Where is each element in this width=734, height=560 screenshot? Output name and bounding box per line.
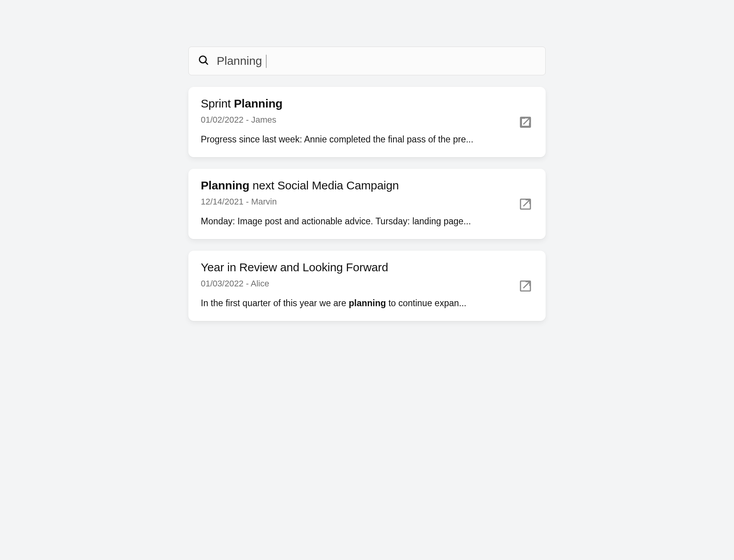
open-in-new-icon[interactable] xyxy=(518,114,533,130)
svg-line-3 xyxy=(524,118,530,124)
search-bar[interactable]: Planning xyxy=(188,47,546,75)
open-in-new-icon[interactable] xyxy=(518,278,533,294)
search-panel: Planning Sprint Planning 01/02/2022 - Ja… xyxy=(188,47,546,321)
result-author: Alice xyxy=(250,279,269,288)
result-title: Sprint Planning xyxy=(201,97,508,110)
search-query-text: Planning xyxy=(217,54,262,68)
result-title: Year in Review and Looking Forward xyxy=(201,261,508,274)
search-results: Sprint Planning 01/02/2022 - James Progr… xyxy=(188,87,546,321)
result-snippet: In the first quarter of this year we are… xyxy=(201,297,508,309)
svg-line-5 xyxy=(524,200,530,206)
search-input[interactable]: Planning xyxy=(217,54,266,68)
search-icon xyxy=(198,55,209,67)
result-author: Marvin xyxy=(251,197,277,206)
result-date: 01/03/2022 xyxy=(201,279,244,288)
result-date: 12/14/2021 xyxy=(201,197,244,206)
open-in-new-icon[interactable] xyxy=(518,196,533,212)
result-meta: 12/14/2021 - Marvin xyxy=(201,197,508,207)
result-meta: 01/03/2022 - Alice xyxy=(201,279,508,289)
result-meta: 01/02/2022 - James xyxy=(201,115,508,125)
result-card[interactable]: Planning next Social Media Campaign 12/1… xyxy=(188,169,546,239)
result-snippet: Monday: Image post and actionable advice… xyxy=(201,215,508,227)
svg-line-7 xyxy=(524,282,530,288)
result-card[interactable]: Sprint Planning 01/02/2022 - James Progr… xyxy=(188,87,546,157)
result-date: 01/02/2022 xyxy=(201,115,244,125)
result-snippet: Progress since last week: Annie complete… xyxy=(201,133,508,146)
text-cursor xyxy=(266,55,266,68)
result-title: Planning next Social Media Campaign xyxy=(201,179,508,192)
svg-line-1 xyxy=(205,62,208,64)
result-author: James xyxy=(251,115,277,125)
result-card[interactable]: Year in Review and Looking Forward 01/03… xyxy=(188,251,546,321)
